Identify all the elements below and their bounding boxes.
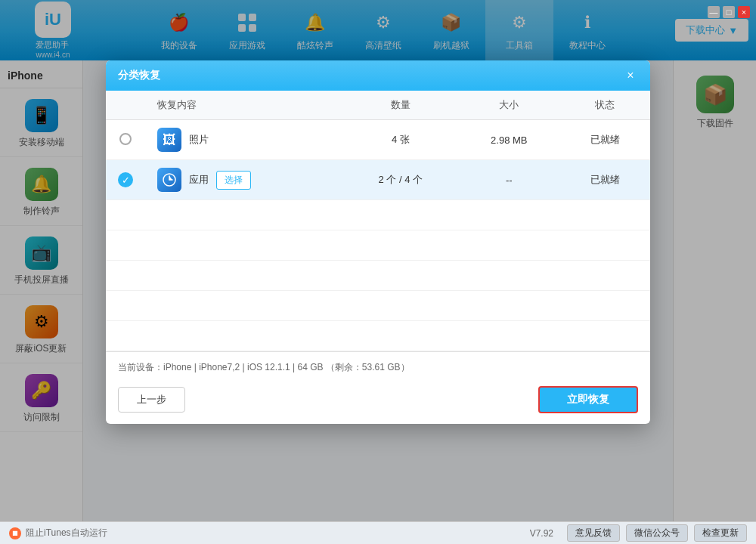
check-selected[interactable]: ✓ xyxy=(118,172,133,187)
restore-table: 恢复内容 数量 大小 状态 🖼 xyxy=(106,91,650,351)
restore-modal: 分类恢复 × 恢复内容 数量 大小 状态 xyxy=(106,60,650,424)
table-row-empty xyxy=(106,261,650,291)
minimize-button[interactable]: — xyxy=(708,6,720,18)
select-apps-button[interactable]: 选择 xyxy=(216,171,251,190)
col-header-size: 大小 xyxy=(458,91,560,120)
col-header-content: 恢复内容 xyxy=(145,91,343,120)
table-row-empty xyxy=(106,291,650,321)
stop-itunes-label: 阻止iTunes自动运行 xyxy=(26,527,107,539)
feedback-button[interactable]: 意见反馈 xyxy=(567,524,620,542)
table-row: ✓ 应用 选择 2 个 / 4 个 -- xyxy=(106,160,650,200)
row-name-photos: 照片 xyxy=(189,133,209,147)
table-row-empty xyxy=(106,200,650,230)
row-count-apps: 2 个 / 4 个 xyxy=(343,160,458,200)
modal-title: 分类恢复 xyxy=(118,69,160,82)
footer: ⏹ 阻止iTunes自动运行 V7.92 意见反馈 微信公众号 检查更新 xyxy=(0,521,756,544)
modal-close-button[interactable]: × xyxy=(623,68,638,83)
check-update-button[interactable]: 检查更新 xyxy=(694,524,747,542)
photo-type-icon: 🖼 xyxy=(157,128,181,152)
col-header-select xyxy=(106,91,145,120)
modal-footer-actions: 上一步 立即恢复 xyxy=(106,380,650,424)
row-select-photos[interactable] xyxy=(106,120,145,160)
back-button[interactable]: 上一步 xyxy=(118,387,185,413)
table-row-empty xyxy=(106,230,650,261)
row-select-apps[interactable]: ✓ xyxy=(106,160,145,200)
table-row: 🖼 照片 4 张 2.98 MB 已就绪 xyxy=(106,120,650,160)
col-header-status: 状态 xyxy=(560,91,650,120)
window-controls: — □ × xyxy=(708,6,750,18)
row-size-apps: -- xyxy=(458,160,560,200)
footer-left: ⏹ 阻止iTunes自动运行 xyxy=(9,527,530,539)
modal-body: 恢复内容 数量 大小 状态 🖼 xyxy=(106,91,650,351)
device-info: 当前设备：iPhone | iPhone7,2 | iOS 12.1.1 | 6… xyxy=(118,362,410,372)
modal-footer-info: 当前设备：iPhone | iPhone7,2 | iOS 12.1.1 | 6… xyxy=(106,351,650,380)
radio-unselected[interactable] xyxy=(119,133,132,145)
table-row-empty xyxy=(106,321,650,351)
row-name-apps: 应用 xyxy=(189,173,209,187)
app-type-icon xyxy=(157,168,181,192)
footer-right: V7.92 意见反馈 微信公众号 检查更新 xyxy=(530,524,747,542)
row-status-apps: 已就绪 xyxy=(560,160,650,200)
col-header-count: 数量 xyxy=(343,91,458,120)
version-label: V7.92 xyxy=(530,528,553,539)
stop-icon: ⏹ xyxy=(9,527,21,539)
row-count-photos: 4 张 xyxy=(343,120,458,160)
modal-overlay: 分类恢复 × 恢复内容 数量 大小 状态 xyxy=(0,0,756,521)
modal-header: 分类恢复 × xyxy=(106,60,650,91)
row-size-photos: 2.98 MB xyxy=(458,120,560,160)
row-content-photos: 🖼 照片 xyxy=(145,120,343,160)
row-content-apps: 应用 选择 xyxy=(145,160,343,200)
row-status-photos: 已就绪 xyxy=(560,120,650,160)
restore-now-button[interactable]: 立即恢复 xyxy=(538,386,638,413)
maximize-button[interactable]: □ xyxy=(723,6,735,18)
close-button[interactable]: × xyxy=(738,6,750,18)
wechat-button[interactable]: 微信公众号 xyxy=(626,524,688,542)
